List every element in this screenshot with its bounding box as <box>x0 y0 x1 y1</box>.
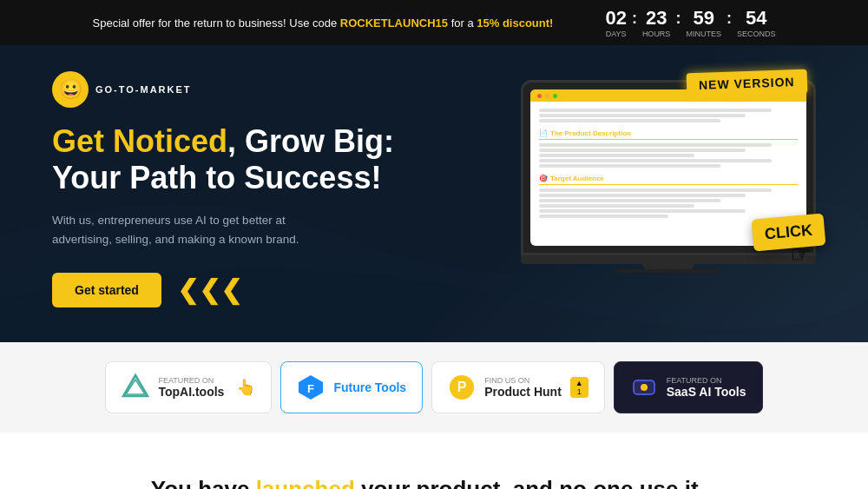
screen-product-title: 📄 The Product Description <box>539 129 798 140</box>
countdown-sep-3: : <box>727 10 732 28</box>
banner-text-after: for a <box>448 17 477 30</box>
banner-discount: 15% discount! <box>477 17 553 30</box>
screen-line <box>539 119 720 122</box>
content-title-before: You have <box>151 476 256 489</box>
topai-hand-icon: 👆 <box>236 378 255 397</box>
countdown-minutes: 59 MINUTES <box>686 7 721 38</box>
svg-text:F: F <box>307 382 314 395</box>
topai-featured-label: Featured on <box>158 376 224 385</box>
countdown-days-num: 02 <box>605 7 626 30</box>
topai-icon <box>122 373 149 401</box>
content-title: You have launched your product, and no o… <box>104 476 764 489</box>
screen-line <box>539 154 694 157</box>
topai-name: TopAI.tools <box>158 385 224 399</box>
countdown-days-label: DAYS <box>605 30 626 38</box>
screen-line <box>539 209 746 213</box>
ph-up-icon: ▲ <box>575 379 583 387</box>
topai-text: Featured on TopAI.tools <box>158 376 224 399</box>
get-started-button[interactable]: Get started <box>52 273 161 307</box>
screen-target-title: 🎯 Target Audience <box>539 175 798 185</box>
countdown-minutes-num: 59 <box>686 7 721 30</box>
screen-line <box>539 159 772 162</box>
badge-saasai[interactable]: Featured on SaaS AI Tools <box>614 361 763 413</box>
ph-vote-arrow[interactable]: ▲ 1 <box>570 377 589 398</box>
ph-count: 1 <box>577 387 582 396</box>
badge-futuretools[interactable]: F Future Tools <box>280 361 423 413</box>
dot-green <box>553 94 557 98</box>
badge-topai[interactable]: Featured on TopAI.tools 👆 <box>105 361 272 413</box>
countdown-sep-1: : <box>632 10 637 28</box>
screen-section-1 <box>539 109 798 122</box>
screen-line <box>539 109 772 112</box>
saasai-icon <box>630 373 658 401</box>
futuretools-icon: F <box>297 373 325 401</box>
screen-line <box>539 149 746 152</box>
saasai-featured-label: Featured on <box>667 376 746 385</box>
content-section: You have launched your product, and no o… <box>0 433 868 489</box>
screen-line <box>539 188 772 192</box>
laptop-body: 📄 The Product Description 🎯 Target Audie… <box>521 80 816 255</box>
new-version-badge: NEW VERSION <box>687 69 807 98</box>
screen-line <box>539 204 694 208</box>
top-banner: Special offer for the return to business… <box>0 0 868 45</box>
screen-line <box>539 114 746 117</box>
chevron-arrows: ❮❮❮ <box>177 277 242 303</box>
laptop-foot <box>616 269 720 273</box>
screen-line <box>539 164 720 168</box>
badges-section: Featured on TopAI.tools 👆 F Future Tools… <box>0 342 868 433</box>
hero-title-highlight: Get Noticed <box>52 123 227 159</box>
screen-line <box>539 199 720 202</box>
countdown-minutes-label: MINUTES <box>686 30 721 38</box>
banner-code: ROCKETLAUNCH15 <box>340 17 448 30</box>
dot-yellow <box>545 94 549 98</box>
logo-text: GO-TO-MARKET <box>95 84 192 95</box>
badge-producthunt[interactable]: P FIND US ON Product Hunt ▲ 1 <box>431 361 605 413</box>
hero-right: NEW VERSION <box>434 71 816 273</box>
hero-section: 😀 GO-TO-MARKET Get Noticed, Grow Big: Yo… <box>0 45 868 342</box>
chevron-icon: ❮❮❮ <box>177 277 242 303</box>
content-title-after: your product, and no one use it... <box>355 476 717 489</box>
laptop-base <box>521 255 816 264</box>
hero-left: 😀 GO-TO-MARKET Get Noticed, Grow Big: Yo… <box>52 71 434 307</box>
cursor-icon: ☞ <box>790 240 812 268</box>
logo-icon: 😀 <box>52 71 89 108</box>
ph-find-label: FIND US ON <box>484 376 562 385</box>
content-title-highlight: launched <box>256 476 355 489</box>
screen-content: 📄 The Product Description 🎯 Target Audie… <box>539 109 798 218</box>
screen-section-target: 🎯 Target Audience <box>539 175 798 218</box>
countdown-days: 02 DAYS <box>605 7 626 38</box>
saasai-name: SaaS AI Tools <box>667 385 746 399</box>
futuretools-name: Future Tools <box>333 380 406 394</box>
screen-line <box>539 215 668 218</box>
screen-section-product: 📄 The Product Description <box>539 129 798 168</box>
hero-buttons: Get started ❮❮❮ <box>52 273 434 307</box>
screen-line <box>539 194 746 197</box>
hero-title: Get Noticed, Grow Big: Your Path to Succ… <box>52 123 434 197</box>
countdown-seconds-num: 54 <box>737 7 776 30</box>
click-badge: CLICK <box>752 213 826 251</box>
ph-icon: P <box>448 373 476 401</box>
banner-offer-text: Special offer for the return to business… <box>93 17 340 30</box>
ph-text: FIND US ON Product Hunt <box>484 376 562 399</box>
countdown-sep-2: : <box>675 10 681 28</box>
laptop-wrapper: NEW VERSION <box>521 80 816 273</box>
logo-area: 😀 GO-TO-MARKET <box>52 71 434 108</box>
ph-name: Product Hunt <box>484 385 562 399</box>
dot-red <box>537 94 542 98</box>
saasai-text: Featured on SaaS AI Tools <box>667 376 746 399</box>
countdown-hours: 23 HOURS <box>642 7 671 38</box>
countdown-seconds: 54 SECONDS <box>737 7 776 38</box>
countdown: 02 DAYS : 23 HOURS : 59 MINUTES : 54 SEC… <box>605 7 775 38</box>
countdown-hours-num: 23 <box>642 7 671 30</box>
screen-line <box>539 143 772 147</box>
svg-point-7 <box>641 384 648 391</box>
hero-subtitle: With us, entrepreneurs use AI to get bet… <box>52 211 339 248</box>
svg-text:P: P <box>457 380 467 394</box>
countdown-hours-label: HOURS <box>642 30 671 38</box>
futuretools-text: Future Tools <box>333 380 406 394</box>
banner-text: Special offer for the return to business… <box>93 17 554 30</box>
countdown-seconds-label: SECONDS <box>737 30 776 38</box>
